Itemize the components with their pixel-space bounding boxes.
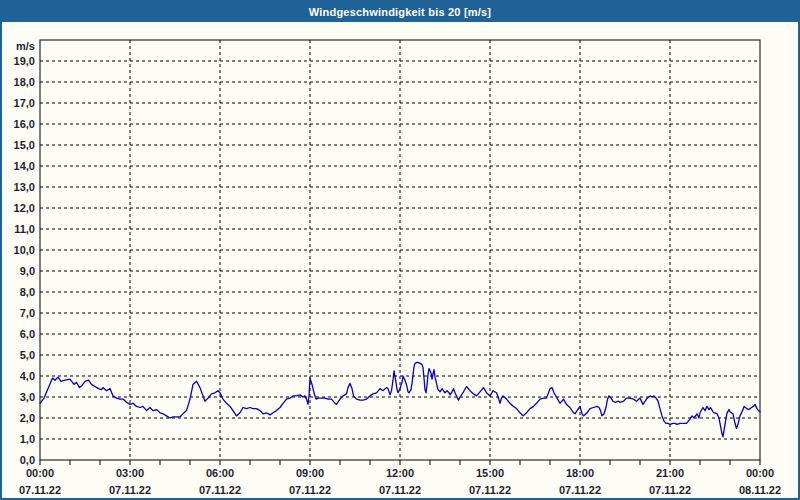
x-tick-date: 07.11.22 — [469, 484, 511, 496]
x-tick-date: 07.11.22 — [649, 484, 691, 496]
x-tick-date: 08.11.22 — [739, 484, 781, 496]
y-tick-label: 4,0 — [20, 370, 35, 382]
x-tick-date: 07.11.22 — [379, 484, 421, 496]
x-tick-time: 18:00 — [566, 467, 594, 479]
x-tick-date: 07.11.22 — [559, 484, 601, 496]
y-tick-label: 2,0 — [20, 412, 35, 424]
y-tick-label: 11,0 — [14, 223, 35, 235]
y-tick-label: 0,0 — [20, 454, 35, 466]
y-tick-label: 15,0 — [14, 139, 35, 151]
x-tick-date: 07.11.22 — [199, 484, 241, 496]
x-tick-date: 07.11.22 — [19, 484, 61, 496]
x-tick-time: 03:00 — [116, 467, 144, 479]
y-tick-label: 8,0 — [20, 286, 35, 298]
y-tick-label: 16,0 — [14, 118, 35, 130]
x-tick-date: 07.11.22 — [289, 484, 331, 496]
wind-speed-chart: 0,01,02,03,04,05,06,07,08,09,010,011,012… — [2, 22, 798, 498]
x-tick-time: 15:00 — [476, 467, 504, 479]
y-tick-label: 12,0 — [14, 202, 35, 214]
y-tick-label: 13,0 — [14, 181, 35, 193]
x-tick-time: 09:00 — [296, 467, 324, 479]
title-bar[interactable]: Windgeschwindigkeit bis 20 [m/s] — [2, 2, 798, 22]
x-tick-time: 00:00 — [26, 467, 54, 479]
x-tick-time: 12:00 — [386, 467, 414, 479]
y-axis-unit: m/s — [16, 40, 35, 52]
y-tick-label: 17,0 — [14, 97, 35, 109]
x-tick-time: 21:00 — [656, 467, 684, 479]
window-title: Windgeschwindigkeit bis 20 [m/s] — [309, 6, 491, 18]
y-tick-label: 9,0 — [20, 265, 35, 277]
y-tick-label: 18,0 — [14, 76, 35, 88]
x-tick-date: 07.11.22 — [109, 484, 151, 496]
y-tick-label: 19,0 — [14, 55, 35, 67]
x-tick-time: 00:00 — [746, 467, 774, 479]
y-tick-label: 6,0 — [20, 328, 35, 340]
x-tick-time: 06:00 — [206, 467, 234, 479]
y-tick-label: 3,0 — [20, 391, 35, 403]
y-tick-label: 10,0 — [14, 244, 35, 256]
y-tick-label: 1,0 — [20, 433, 35, 445]
app-window: Windgeschwindigkeit bis 20 [m/s] 0,01,02… — [0, 0, 800, 500]
y-tick-label: 14,0 — [14, 160, 35, 172]
y-tick-label: 5,0 — [20, 349, 35, 361]
y-tick-label: 7,0 — [20, 307, 35, 319]
